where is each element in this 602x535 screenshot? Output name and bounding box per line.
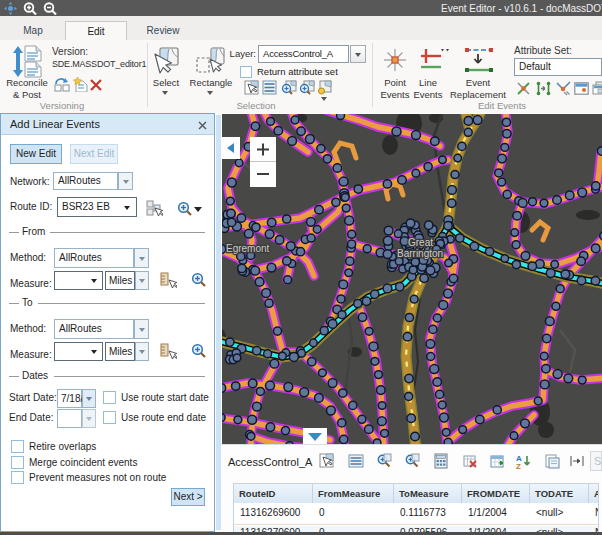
- svg-text:Z: Z: [516, 462, 521, 469]
- svg-text:Egremont: Egremont: [226, 243, 270, 254]
- svg-text:Barrington: Barrington: [397, 248, 443, 259]
- svg-text:Great: Great: [408, 237, 433, 248]
